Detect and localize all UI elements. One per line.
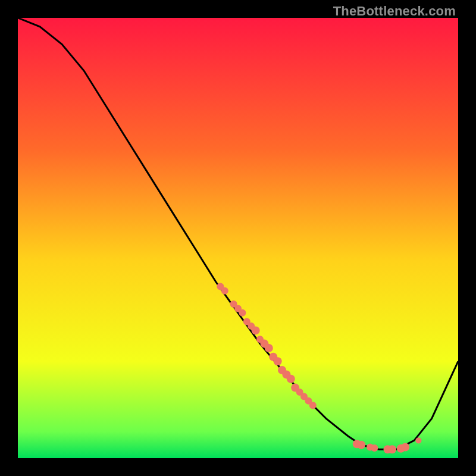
highlight-dot [415,437,421,443]
highlight-dot [357,441,365,449]
highlight-dot [239,309,246,317]
highlight-dot [252,326,260,334]
bottleneck-chart [18,18,458,458]
chart-frame [18,18,458,458]
gradient-background [18,18,458,458]
highlight-dot [287,375,295,383]
highlight-dot [221,287,228,295]
highlight-dot [388,445,396,453]
highlight-dot [309,402,317,409]
watermark-text: TheBottleneck.com [333,4,456,19]
highlight-dot [371,444,378,452]
highlight-dot [274,357,282,365]
highlight-dot [401,443,409,452]
highlight-dot [265,344,273,352]
